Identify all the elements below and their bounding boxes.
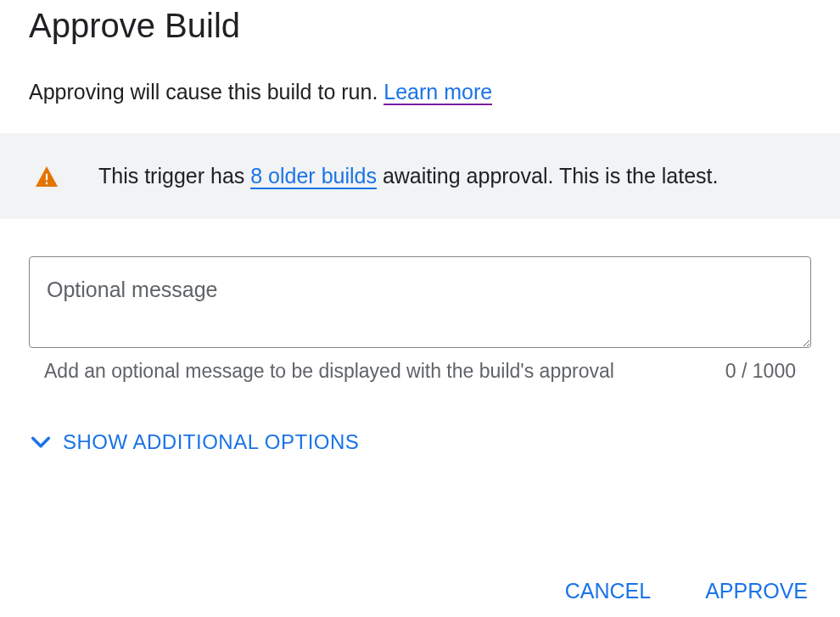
dialog-actions: CANCEL APPROVE	[0, 570, 840, 617]
dialog-title: Approve Build	[0, 0, 840, 80]
chevron-down-icon	[29, 430, 53, 454]
message-char-counter: 0 / 1000	[725, 360, 796, 383]
warning-icon	[36, 166, 58, 187]
older-builds-link[interactable]: 8 older builds	[250, 164, 377, 189]
subtitle-text: Approving will cause this build to run.	[29, 80, 384, 104]
message-input[interactable]	[29, 256, 811, 348]
approve-button[interactable]: APPROVE	[702, 570, 811, 612]
dialog-subtitle: Approving will cause this build to run. …	[0, 80, 840, 133]
banner-text-post: awaiting approval. This is the latest.	[377, 164, 719, 188]
svg-rect-1	[46, 182, 48, 184]
cancel-button[interactable]: CANCEL	[562, 570, 654, 612]
expander-label: SHOW ADDITIONAL OPTIONS	[63, 430, 359, 454]
show-additional-options-toggle[interactable]: SHOW ADDITIONAL OPTIONS	[0, 383, 840, 454]
banner-text-pre: This trigger has	[98, 164, 250, 188]
message-helper-text: Add an optional message to be displayed …	[44, 360, 614, 383]
warning-banner: This trigger has 8 older builds awaiting…	[0, 133, 840, 219]
banner-message: This trigger has 8 older builds awaiting…	[98, 164, 719, 188]
learn-more-link[interactable]: Learn more	[384, 80, 492, 105]
svg-rect-0	[46, 173, 48, 180]
